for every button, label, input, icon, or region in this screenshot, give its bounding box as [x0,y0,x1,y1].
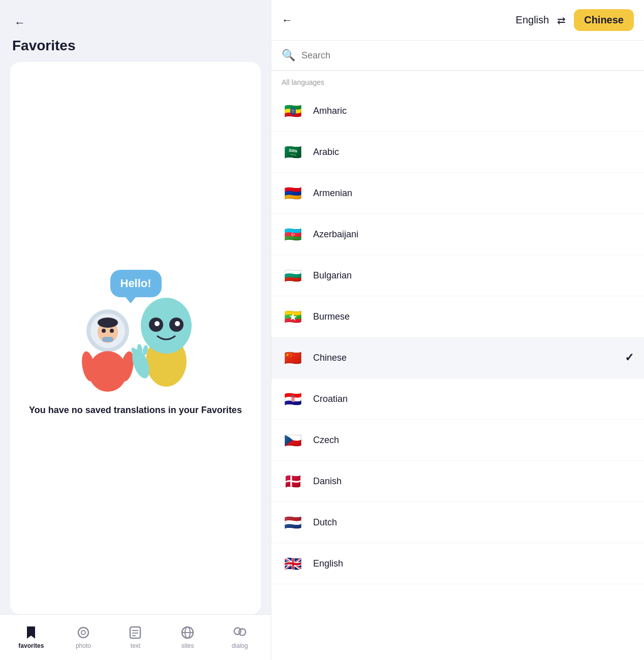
svg-rect-6 [102,337,113,342]
language-item[interactable]: 🇬🇧English [271,543,644,584]
nav-label-favorites: favorites [18,642,44,649]
nav-label-sites: sites [181,642,194,649]
language-from: English [516,14,549,26]
language-item[interactable]: 🇩🇰Danish [271,461,644,502]
back-button-right[interactable]: ← [282,14,293,27]
nav-label-dialog: dialog [232,642,248,649]
language-name: Chinese [313,353,347,363]
section-title: All languages [271,71,644,90]
language-item[interactable]: 🇲🇲Burmese [271,296,644,337]
language-name: Czech [313,435,339,446]
language-name: Burmese [313,311,350,322]
swap-languages-button[interactable]: ⇄ [557,14,566,26]
nav-item-dialog[interactable]: dialog [213,625,266,649]
language-item[interactable]: 🇭🇷Croatian [271,379,644,420]
empty-favorites-text: You have no saved translations in your F… [29,404,242,417]
alien-icon [131,290,202,392]
flag-icon: 🇧🇬 [282,264,304,287]
nav-label-text: text [131,642,140,649]
nav-item-text[interactable]: text [109,625,162,649]
photo-icon [76,625,90,640]
language-item[interactable]: 🇨🇳Chinese✓ [271,337,644,379]
dialog-icon [233,625,247,640]
right-header: ← English ⇄ Chinese [271,0,644,41]
flag-icon: 🇲🇲 [282,305,304,328]
language-item[interactable]: 🇦🇲Armenian [271,173,644,214]
language-name: English [313,558,343,569]
language-name: Armenian [313,188,352,199]
language-item[interactable]: 🇸🇦Arabic [271,132,644,173]
language-item[interactable]: 🇧🇬Bulgarian [271,255,644,296]
language-to-badge[interactable]: Chinese [574,9,634,31]
nav-item-photo[interactable]: photo [57,625,110,649]
svg-point-21 [81,631,85,635]
search-icon: 🔍 [282,49,295,62]
nav-label-photo: photo [76,642,91,649]
flag-icon: 🇨🇿 [282,429,304,451]
language-name: Arabic [313,147,339,158]
svg-point-11 [141,298,192,354]
language-item[interactable]: 🇪🇹Amharic [271,90,644,132]
flag-icon: 🇳🇱 [282,511,304,533]
flag-icon: 🇦🇿 [282,223,304,245]
page-title: Favorites [12,38,259,54]
svg-point-4 [102,329,106,333]
language-name: Danish [313,476,342,487]
flag-icon: 🇩🇰 [282,470,304,492]
flag-icon: 🇬🇧 [282,552,304,575]
favorites-card: Hello! [10,62,261,614]
language-item[interactable]: 🇳🇱Dutch [271,502,644,543]
language-name: Dutch [313,517,337,528]
svg-point-3 [98,318,118,328]
favorites-icon [24,625,38,640]
svg-point-30 [239,629,246,636]
text-icon [128,625,142,640]
svg-point-20 [78,627,88,638]
flag-icon: 🇪🇹 [282,100,304,122]
svg-point-14 [155,321,160,326]
search-bar: 🔍 [271,41,644,71]
language-item[interactable]: 🇦🇿Azerbaijani [271,214,644,255]
right-panel: ← English ⇄ Chinese 🔍 All languages 🇪🇹Am… [271,0,644,660]
search-input[interactable] [301,50,634,61]
sites-icon [180,625,195,640]
language-list: 🇪🇹Amharic🇸🇦Arabic🇦🇲Armenian🇦🇿Azerbaijani… [271,90,644,660]
language-name: Amharic [313,106,347,116]
flag-icon: 🇦🇲 [282,182,304,204]
left-panel: ← Favorites Hello! [0,0,271,660]
selected-checkmark: ✓ [625,351,634,364]
bottom-nav: favorites photo text [0,614,271,660]
language-name: Bulgarian [313,270,352,281]
language-name: Croatian [313,394,348,404]
flag-icon: 🇨🇳 [282,347,304,369]
svg-point-5 [110,329,114,333]
illustration: Hello! [59,260,212,392]
nav-item-sites[interactable]: sites [162,625,214,649]
nav-item-favorites[interactable]: favorites [5,625,57,649]
back-button-left[interactable]: ← [12,14,27,32]
flag-icon: 🇭🇷 [282,388,304,410]
left-header: ← Favorites [0,0,271,62]
flag-icon: 🇸🇦 [282,141,304,163]
language-name: Azerbaijani [313,229,358,240]
svg-point-15 [175,321,180,326]
language-item[interactable]: 🇨🇿Czech [271,420,644,461]
